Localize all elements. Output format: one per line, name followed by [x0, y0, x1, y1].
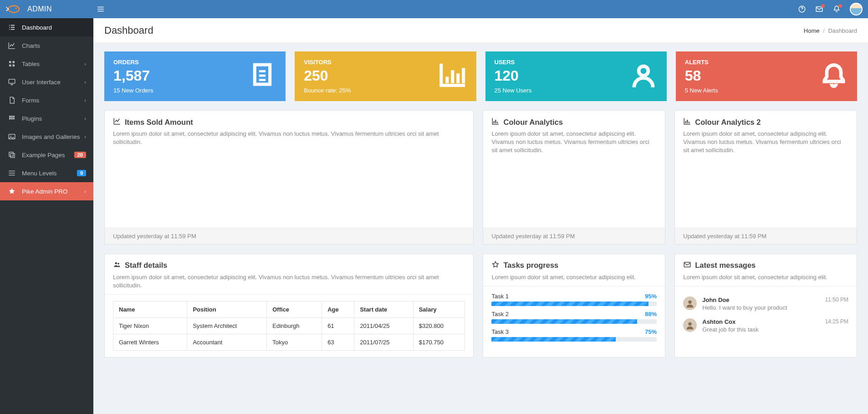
users-icon [113, 261, 121, 271]
sidebar-item-label: Images and Galleries [22, 133, 80, 140]
brand[interactable]: ADMIN [5, 4, 92, 14]
help-icon[interactable] [798, 5, 806, 13]
chevron-right-icon: › [84, 79, 86, 85]
breadcrumb: Home / Dashboard [804, 27, 857, 34]
task-name: Task 1 [491, 293, 509, 300]
brand-logo-icon [5, 4, 24, 14]
task-item: Task 375% [491, 328, 657, 342]
stat-visitors-value: 250 [304, 67, 351, 84]
table-row: Garrett WintersAccountantTokyo632011/07/… [113, 334, 465, 350]
sidebar-item-user-interface[interactable]: User Interface› [0, 73, 93, 91]
chevron-right-icon: › [84, 97, 86, 103]
sidebar-item-pike-admin-pro[interactable]: Pike Admin PRO› [0, 182, 93, 200]
stat-orders-sub: 15 New Orders [113, 87, 153, 94]
stat-users-sub: 25 New Users [495, 87, 532, 94]
star-icon [7, 187, 16, 195]
chevron-right-icon: › [84, 61, 86, 66]
breadcrumb-current: Dashboard [828, 27, 857, 34]
content: Dashboard Home / Dashboard ORDERS 1,587 … [93, 18, 868, 375]
messages-badge [821, 4, 825, 8]
sidebar-item-label: Tables [22, 61, 40, 67]
sidebar-item-forms[interactable]: Forms› [0, 91, 93, 109]
message-item[interactable]: John Doe Hello. I want to buy your produ… [683, 293, 848, 315]
modules-icon [7, 114, 16, 123]
task-percent: 75% [645, 328, 657, 335]
page-header: Dashboard Home / Dashboard [93, 18, 868, 43]
table-header[interactable]: Name [113, 301, 187, 317]
stat-users-label: USERS [495, 59, 532, 66]
progress-bar [491, 302, 657, 306]
sidebar-item-label: Dashboard [22, 24, 52, 31]
panel-colour-analytics: Colour Analytics Lorem ipsum dolor sit a… [483, 110, 665, 245]
avatar [683, 296, 697, 310]
stat-users-value: 120 [495, 67, 532, 84]
breadcrumb-home[interactable]: Home [804, 27, 820, 34]
panel-latest-messages: Latest messages Lorem ipsum dolor sit am… [674, 254, 857, 358]
sidebar-item-label: Menu Levels [22, 170, 57, 177]
stat-alerts-sub: 5 New Alerts [685, 87, 718, 94]
sidebar-item-charts[interactable]: Charts [0, 36, 93, 55]
message-sender: John Doe [702, 296, 819, 303]
stat-card-visitors[interactable]: VISITORS 250 Bounce rate: 25% [295, 51, 476, 101]
sidebar-item-images-and-galleries[interactable]: Images and Galleries› [0, 128, 93, 146]
chevron-right-icon: › [84, 134, 86, 139]
file-icon [7, 96, 16, 104]
progress-bar [491, 337, 657, 342]
chart-line-icon [113, 117, 121, 127]
sidebar-item-label: Plugins [22, 115, 42, 122]
copy-icon [7, 151, 16, 159]
sidebar-item-label: Pike Admin PRO [22, 188, 68, 195]
message-item[interactable]: Ashton Cox Great job for this task 14:25… [683, 315, 848, 337]
stat-alerts-label: ALERTS [685, 59, 718, 66]
menu-toggle-icon[interactable] [97, 5, 105, 13]
page-title: Dashboard [104, 25, 153, 36]
table-header[interactable]: Salary [413, 301, 465, 317]
panel-items-sold: Items Sold Amount Lorem ipsum dolor sit … [104, 110, 474, 245]
stat-visitors-label: VISITORS [304, 59, 351, 66]
sidebar-item-dashboard[interactable]: Dashboard [0, 18, 93, 36]
message-sender: Ashton Cox [702, 318, 819, 325]
sidebar-badge: 9 [77, 170, 86, 176]
menu-icon [7, 169, 16, 177]
sidebar-item-menu-levels[interactable]: Menu Levels9 [0, 164, 93, 182]
notifications-icon[interactable] [832, 5, 841, 13]
svg-point-30 [15, 8, 17, 9]
user-avatar[interactable] [850, 3, 863, 15]
task-percent: 88% [645, 311, 657, 317]
task-item: Task 195% [491, 293, 657, 306]
user-icon [629, 61, 658, 91]
chart-line-icon [7, 41, 16, 50]
message-text: Hello. I want to buy your product [702, 304, 819, 311]
envelope-icon [683, 261, 691, 271]
table-header[interactable]: Office [267, 301, 322, 317]
sidebar: Dashboard Charts Tables› User Interface›… [0, 18, 93, 375]
table-header[interactable]: Age [322, 301, 354, 317]
table-header[interactable]: Position [187, 301, 267, 317]
file-icon [248, 61, 276, 91]
table-row: Tiger NixonSystem ArchitectEdinburgh6120… [113, 317, 465, 334]
panel-items-sold-footer: Updated yesterday at 11:59 PM [105, 228, 473, 244]
chart-placeholder [675, 159, 857, 228]
avatar [683, 318, 697, 332]
list-icon [7, 23, 16, 31]
sidebar-item-plugins[interactable]: Plugins› [0, 109, 93, 128]
task-percent: 95% [645, 293, 657, 300]
sidebar-item-example-pages[interactable]: Example Pages20 [0, 146, 93, 164]
sidebar-item-tables[interactable]: Tables› [0, 55, 93, 73]
chevron-right-icon: › [84, 116, 86, 121]
task-name: Task 2 [491, 311, 509, 317]
stat-card-alerts[interactable]: ALERTS 58 5 New Alerts [676, 51, 857, 101]
sidebar-item-label: User Interface [22, 79, 61, 86]
messages-icon[interactable] [815, 5, 823, 13]
brand-name: ADMIN [27, 5, 52, 13]
stat-card-users[interactable]: USERS 120 25 New Users [485, 51, 667, 101]
chart-bar-icon [491, 117, 500, 127]
stat-orders-label: ORDERS [113, 59, 153, 66]
stat-card-orders[interactable]: ORDERS 1,587 15 New Orders [104, 51, 286, 101]
task-item: Task 288% [491, 311, 657, 324]
table-header[interactable]: Start date [354, 301, 413, 317]
panel-colour-analytics-2: Colour Analytics 2 Lorem ipsum dolor sit… [674, 110, 857, 245]
panel-tasks-progress: Tasks progress Lorem ipsum dolor sit ame… [483, 254, 665, 358]
bell-icon [820, 61, 848, 91]
sidebar-item-label: Forms [22, 97, 39, 104]
